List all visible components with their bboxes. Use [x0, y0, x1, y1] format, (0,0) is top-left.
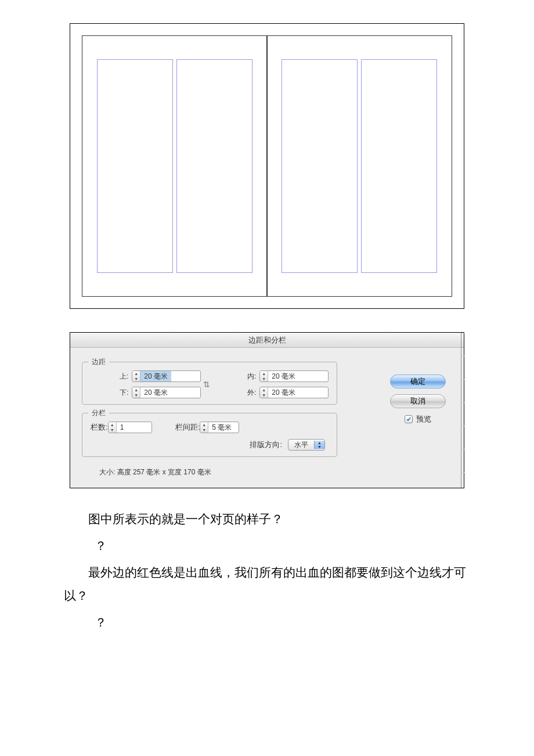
right-page-column-2	[361, 59, 437, 273]
stepper-up-icon[interactable]: ▲	[132, 371, 140, 376]
margins-columns-dialog: 边距和分栏 确定 取消 ✔ 预览 边距 上:	[70, 333, 464, 488]
margin-top-value[interactable]: 20 毫米	[140, 371, 171, 381]
dialog-screenshot: www.bdocx.com 边距和分栏 确定 取消 ✔ 预览 边距 上:	[70, 332, 464, 488]
gutter-value[interactable]: 5 毫米	[208, 422, 239, 433]
stepper-up-icon[interactable]: ▲	[132, 387, 140, 393]
margins-legend: 边距	[88, 357, 109, 367]
column-count-field[interactable]: ▲▼ 1	[108, 422, 152, 433]
stepper-up-icon[interactable]: ▲	[109, 422, 116, 427]
margin-inner-field[interactable]: ▲▼ 20 毫米	[259, 370, 329, 382]
margin-bottom-value[interactable]: 20 毫米	[140, 387, 171, 398]
link-margins-icon[interactable]: ⇅	[201, 374, 212, 395]
gutter-label: 栏间距:	[175, 422, 200, 433]
direction-select[interactable]: 水平 ▲▼	[288, 439, 325, 451]
margins-group: 边距 上: ▲▼ 20 毫米 ⇅ 内: ▲▼ 20 毫米 下	[82, 362, 337, 405]
cancel-button[interactable]: 取消	[390, 394, 446, 408]
article-body: 图中所表示的就是一个对页的样子？ ？ 最外边的红色线是出血线，我们所有的出血的图…	[58, 508, 476, 634]
stepper-up-icon[interactable]: ▲	[260, 371, 268, 376]
stepper-down-icon[interactable]: ▼	[260, 393, 268, 398]
columns-legend: 分栏	[88, 408, 109, 418]
left-page	[82, 35, 268, 297]
dialog-title: 边距和分栏	[70, 333, 464, 348]
stepper-down-icon[interactable]: ▼	[132, 393, 140, 398]
ruler-edge	[461, 333, 464, 488]
stepper-down-icon[interactable]: ▼	[132, 376, 140, 381]
column-count-value[interactable]: 1	[117, 422, 151, 433]
margin-outer-value[interactable]: 20 毫米	[268, 387, 299, 398]
margin-inner-label: 内:	[218, 372, 259, 381]
direction-value: 水平	[288, 440, 314, 450]
paragraph: 最外边的红色线是出血线，我们所有的出血的图都要做到这个边线才可以？	[64, 561, 470, 608]
spread-preview-figure	[70, 23, 464, 309]
right-page	[266, 35, 452, 297]
paragraph: 图中所表示的就是一个对页的样子？	[64, 508, 470, 531]
stepper-down-icon[interactable]: ▼	[200, 427, 208, 433]
right-page-column-1	[282, 59, 358, 273]
margin-top-label: 上:	[91, 372, 132, 381]
stepper-down-icon[interactable]: ▼	[260, 376, 268, 381]
direction-label: 排版方向:	[250, 440, 282, 450]
facing-pages-spread	[82, 35, 452, 297]
stepper-up-icon[interactable]: ▲	[260, 387, 268, 393]
margin-bottom-field[interactable]: ▲▼ 20 毫米	[132, 387, 201, 398]
margin-bottom-label: 下:	[91, 388, 132, 398]
margin-top-field[interactable]: ▲▼ 20 毫米	[132, 370, 201, 382]
margin-outer-field[interactable]: ▲▼ 20 毫米	[259, 387, 329, 398]
margin-inner-value[interactable]: 20 毫米	[268, 371, 299, 381]
gutter-field[interactable]: ▲▼ 5 毫米	[200, 422, 239, 433]
preview-label: 预览	[416, 414, 431, 424]
left-page-column-1	[97, 59, 173, 273]
ok-button[interactable]: 确定	[390, 375, 446, 388]
preview-checkbox[interactable]: ✔ 预览	[405, 414, 431, 424]
size-readout: 大小: 高度 257 毫米 x 宽度 170 毫米	[82, 465, 452, 477]
stepper-down-icon[interactable]: ▼	[109, 427, 116, 433]
paragraph: ？	[64, 611, 470, 635]
margin-outer-label: 外:	[218, 388, 259, 398]
stepper-up-icon[interactable]: ▲	[200, 422, 208, 427]
left-page-column-2	[176, 59, 252, 273]
paragraph: ？	[64, 535, 470, 558]
column-count-label: 栏数:	[91, 422, 108, 433]
columns-group: 分栏 栏数: ▲▼ 1 栏间距: ▲▼	[82, 413, 337, 457]
select-arrows-icon: ▲▼	[314, 441, 324, 449]
check-icon: ✔	[405, 415, 413, 423]
